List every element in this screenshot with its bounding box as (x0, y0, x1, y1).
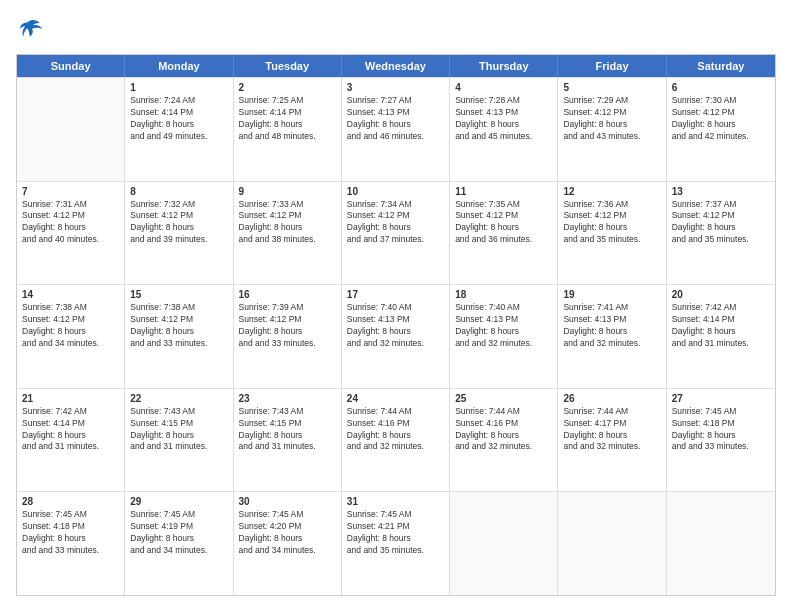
calendar-cell: 28Sunrise: 7:45 AMSunset: 4:18 PMDayligh… (17, 492, 125, 595)
sunset-text: Sunset: 4:12 PM (22, 314, 119, 326)
daylight-text-2: and and 34 minutes. (22, 338, 119, 350)
calendar-cell: 8Sunrise: 7:32 AMSunset: 4:12 PMDaylight… (125, 182, 233, 285)
sunset-text: Sunset: 4:13 PM (563, 314, 660, 326)
sunset-text: Sunset: 4:16 PM (347, 418, 444, 430)
daylight-text-1: Daylight: 8 hours (672, 430, 770, 442)
sunrise-text: Sunrise: 7:36 AM (563, 199, 660, 211)
daylight-text-1: Daylight: 8 hours (455, 222, 552, 234)
sunset-text: Sunset: 4:17 PM (563, 418, 660, 430)
weekday-header: Monday (125, 55, 233, 77)
sunrise-text: Sunrise: 7:38 AM (22, 302, 119, 314)
daylight-text-2: and and 32 minutes. (347, 441, 444, 453)
sunset-text: Sunset: 4:12 PM (130, 314, 227, 326)
sunrise-text: Sunrise: 7:37 AM (672, 199, 770, 211)
weekday-header: Saturday (667, 55, 775, 77)
calendar-cell: 10Sunrise: 7:34 AMSunset: 4:12 PMDayligh… (342, 182, 450, 285)
daylight-text-2: and and 33 minutes. (239, 338, 336, 350)
calendar-cell: 14Sunrise: 7:38 AMSunset: 4:12 PMDayligh… (17, 285, 125, 388)
calendar-cell: 19Sunrise: 7:41 AMSunset: 4:13 PMDayligh… (558, 285, 666, 388)
daylight-text-2: and and 36 minutes. (455, 234, 552, 246)
sunset-text: Sunset: 4:12 PM (672, 107, 770, 119)
daylight-text-2: and and 31 minutes. (22, 441, 119, 453)
weekday-header: Tuesday (234, 55, 342, 77)
calendar-cell: 25Sunrise: 7:44 AMSunset: 4:16 PMDayligh… (450, 389, 558, 492)
daylight-text-2: and and 32 minutes. (455, 441, 552, 453)
daylight-text-1: Daylight: 8 hours (239, 222, 336, 234)
daylight-text-1: Daylight: 8 hours (22, 430, 119, 442)
sunset-text: Sunset: 4:13 PM (455, 107, 552, 119)
sunset-text: Sunset: 4:12 PM (130, 210, 227, 222)
calendar-cell: 20Sunrise: 7:42 AMSunset: 4:14 PMDayligh… (667, 285, 775, 388)
calendar-cell: 13Sunrise: 7:37 AMSunset: 4:12 PMDayligh… (667, 182, 775, 285)
sunrise-text: Sunrise: 7:45 AM (347, 509, 444, 521)
sunrise-text: Sunrise: 7:24 AM (130, 95, 227, 107)
daylight-text-1: Daylight: 8 hours (22, 222, 119, 234)
calendar-cell: 17Sunrise: 7:40 AMSunset: 4:13 PMDayligh… (342, 285, 450, 388)
sunset-text: Sunset: 4:13 PM (347, 314, 444, 326)
sunset-text: Sunset: 4:12 PM (455, 210, 552, 222)
calendar-cell: 6Sunrise: 7:30 AMSunset: 4:12 PMDaylight… (667, 78, 775, 181)
sunset-text: Sunset: 4:12 PM (239, 210, 336, 222)
calendar-cell: 31Sunrise: 7:45 AMSunset: 4:21 PMDayligh… (342, 492, 450, 595)
day-number: 18 (455, 289, 552, 300)
day-number: 7 (22, 186, 119, 197)
daylight-text-2: and and 33 minutes. (130, 338, 227, 350)
daylight-text-1: Daylight: 8 hours (347, 326, 444, 338)
day-number: 21 (22, 393, 119, 404)
sunset-text: Sunset: 4:12 PM (239, 314, 336, 326)
daylight-text-2: and and 35 minutes. (672, 234, 770, 246)
day-number: 29 (130, 496, 227, 507)
sunset-text: Sunset: 4:13 PM (455, 314, 552, 326)
daylight-text-2: and and 33 minutes. (22, 545, 119, 557)
day-number: 28 (22, 496, 119, 507)
logo-bird-icon (16, 16, 44, 44)
sunset-text: Sunset: 4:12 PM (563, 210, 660, 222)
daylight-text-1: Daylight: 8 hours (563, 119, 660, 131)
calendar-cell: 29Sunrise: 7:45 AMSunset: 4:19 PMDayligh… (125, 492, 233, 595)
day-number: 30 (239, 496, 336, 507)
daylight-text-1: Daylight: 8 hours (347, 430, 444, 442)
sunrise-text: Sunrise: 7:39 AM (239, 302, 336, 314)
calendar-cell: 18Sunrise: 7:40 AMSunset: 4:13 PMDayligh… (450, 285, 558, 388)
calendar: SundayMondayTuesdayWednesdayThursdayFrid… (16, 54, 776, 596)
day-number: 14 (22, 289, 119, 300)
sunrise-text: Sunrise: 7:42 AM (672, 302, 770, 314)
daylight-text-2: and and 46 minutes. (347, 131, 444, 143)
day-number: 13 (672, 186, 770, 197)
day-number: 26 (563, 393, 660, 404)
calendar-cell: 2Sunrise: 7:25 AMSunset: 4:14 PMDaylight… (234, 78, 342, 181)
daylight-text-2: and and 31 minutes. (130, 441, 227, 453)
daylight-text-2: and and 31 minutes. (239, 441, 336, 453)
sunrise-text: Sunrise: 7:29 AM (563, 95, 660, 107)
calendar-cell: 23Sunrise: 7:43 AMSunset: 4:15 PMDayligh… (234, 389, 342, 492)
day-number: 24 (347, 393, 444, 404)
calendar-row: 7Sunrise: 7:31 AMSunset: 4:12 PMDaylight… (17, 181, 775, 285)
calendar-cell: 7Sunrise: 7:31 AMSunset: 4:12 PMDaylight… (17, 182, 125, 285)
calendar-cell: 9Sunrise: 7:33 AMSunset: 4:12 PMDaylight… (234, 182, 342, 285)
sunrise-text: Sunrise: 7:42 AM (22, 406, 119, 418)
calendar-cell: 11Sunrise: 7:35 AMSunset: 4:12 PMDayligh… (450, 182, 558, 285)
daylight-text-2: and and 31 minutes. (672, 338, 770, 350)
sunrise-text: Sunrise: 7:33 AM (239, 199, 336, 211)
daylight-text-2: and and 32 minutes. (347, 338, 444, 350)
sunrise-text: Sunrise: 7:40 AM (347, 302, 444, 314)
day-number: 22 (130, 393, 227, 404)
sunset-text: Sunset: 4:19 PM (130, 521, 227, 533)
calendar-cell: 26Sunrise: 7:44 AMSunset: 4:17 PMDayligh… (558, 389, 666, 492)
day-number: 17 (347, 289, 444, 300)
daylight-text-2: and and 45 minutes. (455, 131, 552, 143)
sunset-text: Sunset: 4:12 PM (22, 210, 119, 222)
sunrise-text: Sunrise: 7:44 AM (563, 406, 660, 418)
weekday-header: Friday (558, 55, 666, 77)
daylight-text-1: Daylight: 8 hours (239, 533, 336, 545)
calendar-cell: 1Sunrise: 7:24 AMSunset: 4:14 PMDaylight… (125, 78, 233, 181)
daylight-text-1: Daylight: 8 hours (672, 326, 770, 338)
calendar-cell: 27Sunrise: 7:45 AMSunset: 4:18 PMDayligh… (667, 389, 775, 492)
calendar-cell: 15Sunrise: 7:38 AMSunset: 4:12 PMDayligh… (125, 285, 233, 388)
day-number: 16 (239, 289, 336, 300)
daylight-text-2: and and 32 minutes. (563, 441, 660, 453)
daylight-text-1: Daylight: 8 hours (239, 326, 336, 338)
day-number: 5 (563, 82, 660, 93)
daylight-text-1: Daylight: 8 hours (347, 119, 444, 131)
calendar-row: 21Sunrise: 7:42 AMSunset: 4:14 PMDayligh… (17, 388, 775, 492)
